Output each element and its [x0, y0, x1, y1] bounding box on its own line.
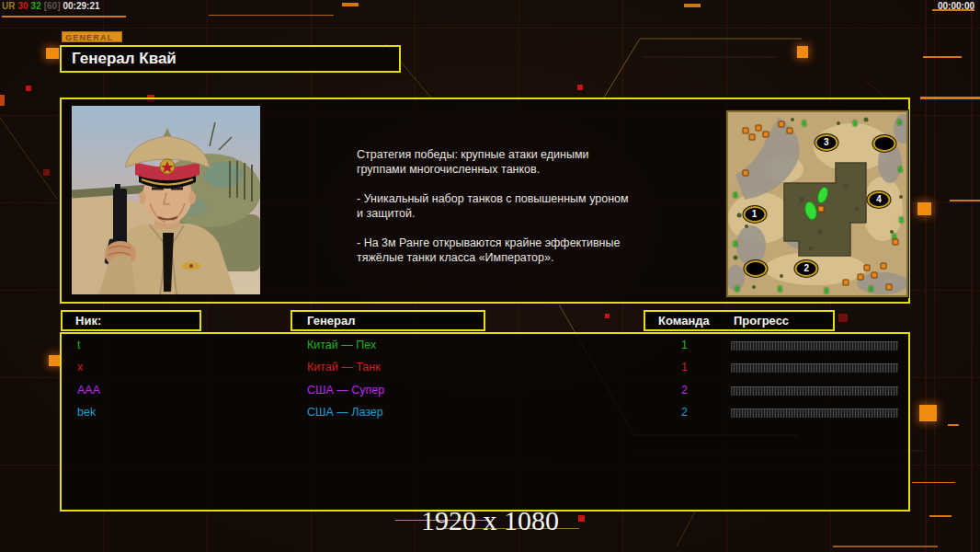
player-progress-bar [731, 408, 898, 419]
minimap-supply-dot [779, 121, 785, 127]
column-header-team-progress: Команда Прогресс [644, 310, 835, 331]
minimap-supply-dollar: $ [897, 118, 902, 127]
fps-value-2: 32 [31, 1, 41, 11]
fps-label: UR [2, 1, 15, 11]
decor-line [2, 16, 126, 17]
decor-line [920, 97, 980, 99]
players-panel: t Китай — Пех 1 x Китай — Танк 1 AAA США… [60, 332, 910, 512]
minimap-empty-point [872, 135, 895, 152]
decor-line [948, 424, 959, 426]
session-time: 00:29:21 [63, 1, 100, 11]
player-general: Китай — Танк [307, 356, 381, 378]
lobby-screen: UR3032[60]00:29:21 00:00:00 GENERAL Гене… [0, 0, 980, 552]
minimap-supply-dot [749, 133, 756, 140]
decor-line [833, 546, 938, 547]
minimap-overlay: 1234$$$$$$$$$$$$ [728, 112, 906, 295]
decor-square-orange [46, 48, 59, 59]
minimap-supply-dot [885, 284, 892, 291]
description-paragraph: - На 3м Ранге открываются крайне эффекти… [357, 236, 674, 265]
minimap-supply-dot [857, 274, 863, 281]
minimap-empty-point [745, 260, 768, 277]
minimap-supply-dollar: $ [735, 284, 739, 293]
general-portrait [72, 106, 260, 294]
column-header-general: Генерал [291, 310, 485, 331]
description-paragraph: Стратегия победы: крупные атаки едиными … [357, 147, 674, 177]
minimap-start-point: 2 [795, 260, 818, 277]
minimap-supply-dot [755, 124, 761, 131]
column-header-nick: Ник: [61, 310, 201, 331]
player-team: 1 [664, 356, 705, 378]
fps-counter: UR3032[60]00:29:21 [2, 1, 103, 11]
player-row[interactable]: bek США — Лазер 2 [62, 401, 908, 423]
page-title-box: Генерал Квай [60, 45, 401, 73]
player-progress-bar [731, 386, 898, 397]
minimap-start-point: 3 [815, 134, 838, 151]
minimap-supply-dot [786, 127, 792, 133]
player-nick: bek [77, 401, 96, 423]
minimap-supply-dollar: $ [778, 284, 782, 293]
decor-square-red [26, 86, 31, 91]
header-team-label: Команда [658, 312, 710, 329]
player-row[interactable]: x Китай — Танк 1 [62, 356, 908, 378]
minimap-start-point: 4 [867, 191, 890, 208]
minimap-supply-dot [743, 127, 749, 133]
general-info-panel: Стратегия победы: крупные атаки едиными … [60, 98, 910, 304]
minimap-supply-dollar: $ [852, 119, 857, 128]
decor-square-red [605, 314, 610, 318]
decor-square-red [577, 85, 583, 90]
player-team: 2 [664, 379, 705, 401]
decor-line [209, 15, 334, 16]
player-general: США — Лазер [307, 401, 383, 423]
minimap-supply-dollar: $ [733, 190, 737, 200]
match-clock: 00:00:00 [938, 1, 974, 11]
player-rows: t Китай — Пех 1 x Китай — Танк 1 AAA США… [62, 334, 908, 424]
player-team: 2 [664, 401, 705, 423]
decor-square-orange [797, 46, 808, 58]
decor-line [684, 4, 701, 7]
player-row[interactable]: t Китай — Пех 1 [62, 334, 908, 356]
general-description: Стратегия победы: крупные атаки едиными … [357, 147, 674, 280]
decor-square-orange [919, 405, 937, 421]
minimap-supply-dot [880, 263, 886, 270]
decor-square-red [43, 169, 50, 176]
minimap-supply-dollar: $ [898, 165, 903, 174]
minimap-supply-dollar: $ [869, 284, 873, 293]
minimap-supply-dot [893, 239, 899, 246]
minimap-supply-dot [872, 272, 878, 279]
decor-line [923, 56, 962, 58]
player-general: США — Супер [307, 379, 384, 401]
fps-value-1: 30 [17, 1, 28, 11]
player-nick: t [77, 334, 80, 356]
minimap[interactable]: 1234$$$$$$$$$$$$ [726, 110, 908, 297]
player-nick: AAA [77, 379, 100, 401]
decor-square-orange [0, 95, 5, 106]
minimap-supply-dot [843, 280, 849, 286]
player-progress-bar [731, 341, 898, 351]
minimap-supply-dollar: $ [899, 215, 904, 224]
fps-cap: [60] [44, 1, 61, 11]
decor-square-red [838, 314, 848, 322]
decor-line [912, 482, 955, 483]
player-row[interactable]: AAA США — Супер 2 [62, 379, 908, 401]
description-paragraph: - Уникальный набор танков с повышенным у… [357, 191, 674, 221]
player-team: 1 [664, 334, 705, 356]
minimap-supply-dollar: $ [802, 119, 806, 128]
minimap-supply-dot [743, 169, 749, 176]
minimap-start-point: 1 [743, 206, 766, 223]
page-title: Генерал Квай [72, 50, 177, 67]
minimap-supply-dot [864, 265, 871, 271]
tab-general[interactable]: GENERAL [62, 31, 122, 42]
minimap-supply-dot [762, 131, 769, 137]
resolution-label: 1920 x 1080 [421, 505, 559, 536]
header-general-label: Генерал [307, 314, 355, 328]
player-general: Китай — Пех [307, 334, 376, 356]
decor-square-red [578, 515, 585, 522]
minimap-supply-dollar: $ [824, 286, 828, 295]
decor-line [929, 515, 952, 517]
header-nick-label: Ник: [75, 314, 101, 328]
header-progress-label: Прогресс [734, 312, 789, 329]
decor-square-orange [917, 202, 931, 215]
minimap-supply-dollar: $ [733, 239, 737, 248]
player-progress-bar [731, 363, 898, 374]
player-nick: x [77, 356, 83, 378]
